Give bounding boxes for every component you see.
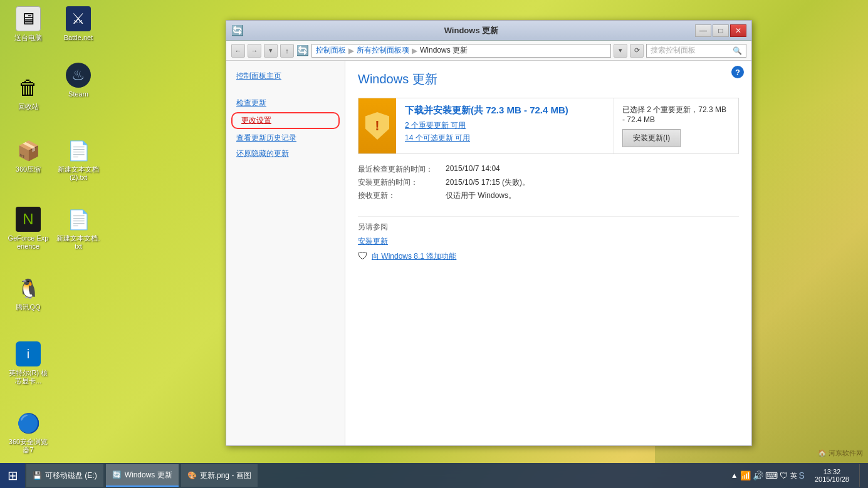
- tray-shield-icon: 🛡: [780, 470, 788, 480]
- receive-row: 接收更新： 仅适用于 Windows。: [358, 190, 739, 201]
- window-controls: — □ ✕: [695, 24, 746, 37]
- sidebar-restore-hidden[interactable]: 还原隐藏的更新: [226, 146, 345, 162]
- path-root: 控制面板: [316, 45, 346, 56]
- tray-network-icon: 📶: [740, 470, 751, 480]
- system-tray[interactable]: ▲ 📶 🔊 ⌨ 🛡 英 S: [728, 470, 807, 480]
- windows-update-icon: 🔄: [112, 470, 122, 479]
- desktop-icon-360browser[interactable]: 🔵 360安全浏览器7: [6, 410, 50, 454]
- taskbar-windows-update[interactable]: 🔄 Windows 更新: [106, 464, 179, 487]
- taskbar: ⊞ 💾 可移动磁盘 (E:) 🔄 Windows 更新 🎨 更新.png - 画…: [0, 463, 868, 488]
- tray-steam-icon: S: [799, 470, 805, 480]
- address-bar: ← → ▾ ↑ 🔄 控制面板 ▶ 所有控制面板项 ▶ Windows 更新 ▾ …: [226, 41, 751, 61]
- info-table: 最近检查更新的时间： 2015/10/7 14:04 安装更新的时间： 2015…: [358, 164, 739, 201]
- desktop-icon-geforce[interactable]: Ν GeForce Experience: [6, 207, 50, 251]
- back-button[interactable]: ←: [231, 44, 245, 58]
- windows-update-window: 🔄 Windows 更新 — □ ✕ ← → ▾ ↑ 🔄 控制面板 ▶ 所有控制…: [226, 20, 752, 446]
- help-button[interactable]: ?: [731, 66, 744, 78]
- add-feature-item: 🛡 向 Windows 8.1 添加功能: [358, 251, 739, 262]
- search-box[interactable]: 搜索控制面板 🔍: [646, 44, 746, 58]
- last-check-row: 最近检查更新的时间： 2015/10/7 14:04: [358, 164, 739, 175]
- window-title: Windows 更新: [248, 25, 695, 36]
- desktop-icon-new-txt2[interactable]: 📄 新建文本文档.txt: [56, 207, 100, 251]
- window-titlebar: 🔄 Windows 更新 — □ ✕: [226, 21, 751, 41]
- tray-lang-icon: 英: [790, 471, 797, 480]
- close-button[interactable]: ✕: [730, 24, 746, 37]
- important-updates-link[interactable]: 2 个重要更新 可用: [405, 120, 604, 131]
- install-update-link[interactable]: 安装更新: [358, 236, 739, 247]
- receive-value: 仅适用于 Windows。: [446, 190, 516, 201]
- update-panel: ! 下载并安装更新(共 72.3 MB - 72.4 MB) 2 个重要更新 可…: [358, 98, 739, 154]
- desktop-icon-my-computer[interactable]: 🖥 送台电脑: [6, 6, 50, 42]
- update-side-text: 已选择 2 个重要更新，72.3 MB - 72.4 MB: [622, 105, 729, 124]
- windows-update-label: Windows 更新: [125, 470, 172, 480]
- desktop-icon-360zip[interactable]: 📦 360压缩: [6, 138, 50, 174]
- watermark: 🏠 河东软件网: [818, 449, 863, 458]
- also-see-title: 另请参阅: [358, 222, 388, 231]
- tray-arrow-icon[interactable]: ▲: [731, 471, 738, 480]
- desktop-icon-qq[interactable]: 🐧 腾讯QQ: [6, 276, 50, 311]
- update-title: 下载并安装更新(共 72.3 MB - 72.4 MB): [405, 105, 604, 117]
- sidebar-change-settings[interactable]: 更改设置: [231, 112, 340, 129]
- address-path[interactable]: 控制面板 ▶ 所有控制面板项 ▶ Windows 更新: [311, 44, 611, 58]
- maximize-button[interactable]: □: [713, 24, 729, 37]
- window-content: 控制面板主页 检查更新 更改设置 查看更新历史记录 还原隐藏的更新 ? Wind…: [226, 61, 751, 445]
- last-install-row: 安装更新的时间： 2015/10/5 17:15 (失败)。: [358, 177, 739, 188]
- taskbar-removable-disk[interactable]: 💾 可移动磁盘 (E:): [26, 464, 103, 487]
- sidebar-check-update[interactable]: 检查更新: [226, 95, 345, 111]
- path-icon: 🔄: [296, 44, 309, 56]
- start-icon: ⊞: [8, 468, 18, 483]
- desktop-icon-battle-net[interactable]: ⚔ Battle.net: [56, 6, 100, 42]
- sidebar: 控制面板主页 检查更新 更改设置 查看更新历史记录 还原隐藏的更新: [226, 61, 345, 445]
- taskbar-paint[interactable]: 🎨 更新.png - 画图: [181, 464, 258, 487]
- forward-button[interactable]: →: [248, 44, 261, 58]
- update-side-bar: !: [358, 98, 396, 153]
- path-dropdown[interactable]: ▾: [614, 44, 627, 58]
- last-check-label: 最近检查更新的时间：: [358, 164, 446, 175]
- show-desktop-button[interactable]: [859, 464, 863, 487]
- last-install-label: 安装更新的时间：: [358, 177, 446, 188]
- update-side-info: 已选择 2 个重要更新，72.3 MB - 72.4 MB 安装更新(I): [613, 98, 738, 153]
- dropdown-button[interactable]: ▾: [264, 44, 278, 58]
- sidebar-view-history[interactable]: 查看更新历史记录: [226, 130, 345, 146]
- desktop-icon-intel[interactable]: i 英特尔(R) 核芯显卡...: [6, 341, 50, 385]
- system-clock[interactable]: 13:32 2015/10/28: [810, 468, 854, 483]
- optional-updates-link[interactable]: 14 个可选更新 可用: [405, 133, 604, 143]
- install-button[interactable]: 安装更新(I): [622, 129, 681, 147]
- path-current: Windows 更新: [420, 45, 468, 56]
- desktop-icon-new-txt1[interactable]: 📄 新建文本文档 (2).txt: [56, 138, 100, 182]
- last-check-value: 2015/10/7 14:04: [446, 164, 500, 175]
- page-title: Windows 更新: [358, 71, 739, 88]
- main-content: ? Windows 更新 ! 下载并安装更新(共 72.3 MB - 72.4 …: [345, 61, 751, 445]
- clock-time: 13:32: [824, 468, 841, 475]
- minimize-button[interactable]: —: [695, 24, 711, 37]
- paint-icon: 🎨: [187, 471, 197, 480]
- windows-shield-icon: 🛡: [358, 251, 368, 262]
- receive-label: 接收更新：: [358, 190, 446, 201]
- sidebar-main-link[interactable]: 控制面板主页: [226, 68, 345, 84]
- tray-input-icon: ⌨: [765, 470, 778, 480]
- desktop-icon-steam[interactable]: ♨ Steam: [56, 63, 100, 98]
- removable-disk-label: 可移动磁盘 (E:): [45, 470, 97, 481]
- also-see-section: 另请参阅 安装更新 🛡 向 Windows 8.1 添加功能: [358, 216, 739, 262]
- up-button[interactable]: ↑: [280, 44, 294, 58]
- clock-date: 2015/10/28: [815, 475, 849, 483]
- tray-sound-icon: 🔊: [753, 470, 763, 480]
- desktop-icon-recycle-bin[interactable]: 🗑 回收站: [6, 75, 50, 111]
- start-button[interactable]: ⊞: [0, 463, 25, 488]
- update-info: 下载并安装更新(共 72.3 MB - 72.4 MB) 2 个重要更新 可用 …: [396, 98, 613, 153]
- search-icon: 🔍: [733, 46, 742, 55]
- shield-icon: !: [365, 112, 389, 140]
- paint-label: 更新.png - 画图: [200, 470, 251, 481]
- add-feature-link[interactable]: 向 Windows 8.1 添加功能: [372, 251, 456, 262]
- window-icon: 🔄: [231, 24, 244, 36]
- path-mid: 所有控制面板项: [357, 45, 409, 56]
- watermark-icon: 🏠: [818, 449, 827, 457]
- last-install-value: 2015/10/5 17:15 (失败)。: [446, 177, 530, 188]
- search-placeholder: 搜索控制面板: [651, 45, 696, 56]
- refresh-button[interactable]: ⟳: [630, 44, 644, 58]
- taskbar-right: ▲ 📶 🔊 ⌨ 🛡 英 S 13:32 2015/10/28: [723, 463, 868, 488]
- watermark-text: 河东软件网: [829, 449, 863, 457]
- removable-disk-icon: 💾: [33, 471, 42, 480]
